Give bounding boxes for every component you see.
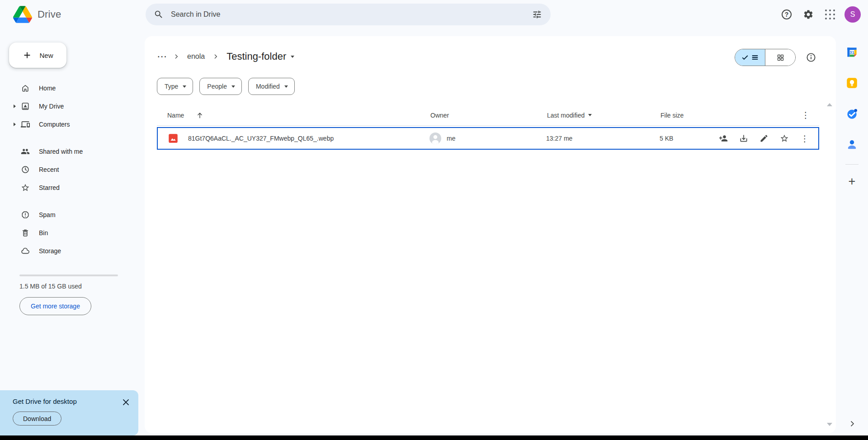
close-icon	[122, 398, 130, 407]
chip-label: Modified	[256, 83, 280, 90]
breadcrumb-more-button[interactable]: ⋯	[154, 48, 170, 65]
download-icon	[739, 134, 748, 143]
drive-desktop-promo: Get Drive for desktop Download	[0, 390, 138, 435]
column-header-name[interactable]: Name	[157, 111, 430, 119]
sidebar-item-starred[interactable]: Starred	[0, 179, 145, 197]
search-bar[interactable]	[146, 4, 551, 25]
hide-side-panel-button[interactable]	[848, 419, 857, 428]
filter-chip-modified[interactable]: Modified	[248, 78, 295, 95]
google-apps-button[interactable]	[819, 4, 841, 25]
sidebar-item-shared-with-me[interactable]: Shared with me	[0, 142, 145, 161]
sidebar-item-home[interactable]: Home	[0, 79, 145, 97]
star-outline-icon	[780, 134, 789, 143]
computers-icon	[21, 120, 30, 129]
scroll-up-arrow[interactable]	[827, 103, 832, 106]
promo-close-button[interactable]	[118, 395, 133, 409]
share-button[interactable]	[719, 134, 728, 143]
sidebar-item-bin[interactable]: Bin	[0, 224, 145, 242]
sidebar-item-label: Home	[39, 85, 56, 92]
sort-caret-icon	[588, 114, 592, 116]
gear-icon	[803, 9, 814, 20]
chevron-down-icon	[231, 85, 235, 88]
sidebar-item-my-drive[interactable]: My Drive	[0, 97, 145, 115]
list-view-toggle[interactable]	[735, 49, 765, 66]
header-label: File size	[660, 112, 684, 119]
contacts-app-button[interactable]	[846, 138, 858, 151]
tune-icon	[532, 9, 542, 19]
filter-chip-type[interactable]: Type	[157, 78, 193, 95]
file-size-cell: 5 KB	[660, 135, 718, 142]
column-header-file-size[interactable]: File size	[660, 112, 719, 119]
column-header-owner[interactable]: Owner	[430, 112, 547, 119]
sidebar-item-computers[interactable]: Computers	[0, 115, 145, 133]
expand-caret-icon[interactable]	[14, 104, 16, 108]
person-add-icon	[719, 134, 728, 143]
promo-download-button[interactable]: Download	[13, 412, 61, 426]
sidebar: New Home My Drive Computers	[0, 29, 145, 315]
account-avatar[interactable]: S	[844, 6, 861, 23]
sort-ascending-icon[interactable]	[196, 111, 204, 119]
help-button[interactable]: ?	[776, 4, 797, 25]
storage-progress-bar	[19, 274, 118, 276]
breadcrumb-parent-folder[interactable]: enola	[183, 50, 209, 63]
filter-chips: Type People Modified	[157, 78, 295, 95]
sidebar-nav: Home My Drive Computers Shared with me	[0, 79, 145, 260]
calendar-app-button[interactable]: 31	[846, 46, 858, 58]
star-button[interactable]	[780, 134, 789, 143]
chevron-right-icon	[848, 419, 857, 428]
file-table: Name Owner Last modified File size ⋮	[157, 105, 819, 150]
topbar-actions: ? S	[776, 4, 861, 25]
nav-section-gap	[0, 133, 145, 142]
tasks-icon	[846, 108, 858, 120]
get-more-storage-button[interactable]: Get more storage	[19, 297, 91, 315]
image-file-icon	[167, 132, 179, 144]
sidebar-item-recent[interactable]: Recent	[0, 161, 145, 179]
drive-logo-icon	[13, 6, 32, 23]
sidebar-item-label: My Drive	[39, 103, 64, 110]
rail-divider	[845, 164, 859, 165]
bottom-edge-bar	[0, 435, 868, 440]
header-label: Last modified	[547, 112, 585, 119]
sidebar-item-label: Storage	[39, 247, 61, 255]
filter-chip-people[interactable]: People	[199, 78, 242, 95]
search-options-button[interactable]	[526, 4, 548, 25]
new-button[interactable]: New	[9, 43, 66, 68]
nav-section-gap	[0, 197, 145, 206]
sidebar-item-spam[interactable]: Spam	[0, 206, 145, 224]
main-panel: ⋯ enola Testing-folder	[145, 36, 836, 433]
row-actions: ⋮	[718, 134, 818, 143]
chevron-down-icon	[183, 85, 186, 88]
file-row-selected[interactable]: 81Gt7Q6AaCL._AC_UY327_FMwebp_QL65_.webp …	[157, 127, 819, 150]
settings-button[interactable]	[797, 4, 819, 25]
keep-app-button[interactable]	[846, 77, 858, 89]
keep-icon	[846, 77, 858, 89]
storage-usage-text: 1.5 MB of 15 GB used	[19, 283, 145, 290]
list-view-icon	[751, 54, 759, 61]
app-name: Drive	[38, 9, 61, 20]
sidebar-item-label: Spam	[39, 211, 56, 218]
search-icon	[154, 9, 164, 19]
file-name: 81Gt7Q6AaCL._AC_UY327_FMwebp_QL65_.webp	[188, 135, 334, 142]
column-options-button[interactable]: ⋮	[801, 111, 810, 119]
more-options-button[interactable]: ⋮	[800, 134, 809, 143]
table-header: Name Owner Last modified File size ⋮	[157, 105, 819, 126]
column-header-last-modified[interactable]: Last modified	[547, 112, 660, 119]
search-input[interactable]	[171, 10, 526, 19]
rename-button[interactable]	[760, 134, 769, 143]
expand-caret-icon[interactable]	[14, 123, 16, 126]
topbar: Drive ? S	[0, 0, 868, 29]
clock-icon	[21, 165, 30, 174]
contacts-icon	[846, 138, 858, 151]
tasks-app-button[interactable]	[846, 108, 858, 120]
drive-logo-area[interactable]: Drive	[13, 6, 61, 23]
breadcrumb-current-folder[interactable]: Testing-folder	[222, 49, 299, 64]
get-addons-button[interactable]: +	[849, 175, 856, 189]
download-button[interactable]	[739, 134, 748, 143]
details-button[interactable]	[802, 48, 820, 66]
folder-menu-caret-icon	[291, 56, 294, 58]
sidebar-item-storage[interactable]: Storage	[0, 242, 145, 260]
pencil-icon	[760, 134, 769, 143]
scroll-down-arrow[interactable]	[827, 423, 832, 426]
calendar-icon: 31	[846, 46, 858, 58]
grid-view-toggle[interactable]	[765, 49, 795, 66]
